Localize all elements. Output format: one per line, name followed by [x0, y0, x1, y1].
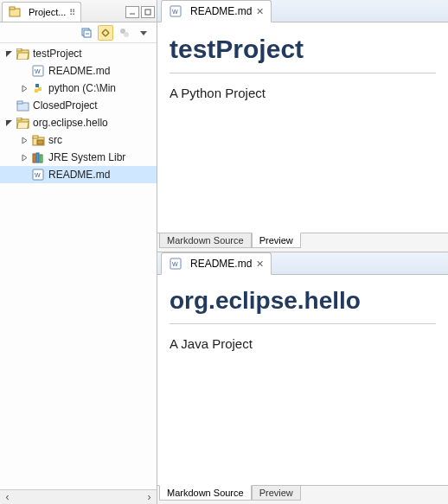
pin-icon[interactable]: ⠿: [69, 8, 75, 17]
editor-bottom-tabs-2: Markdown Source Preview: [157, 485, 448, 504]
project-explorer-toolbar: [0, 22, 157, 43]
maximize-view-button[interactable]: [141, 6, 155, 18]
svg-rect-11: [16, 53, 28, 60]
svg-rect-1: [10, 7, 15, 10]
markdown-paragraph: A Python Project: [170, 86, 436, 100]
scroll-right-button[interactable]: ›: [142, 490, 157, 504]
svg-rect-24: [40, 155, 42, 163]
editor-2: W README.md ✕ org.eclipse.hello A Java P…: [157, 252, 448, 504]
close-icon[interactable]: ✕: [256, 6, 264, 17]
editor-bottom-tabs-1: Markdown Source Preview: [157, 233, 448, 252]
project-explorer-tab-label: Project...: [29, 7, 66, 17]
svg-rect-3: [145, 10, 150, 15]
tree-node-label: testProject: [33, 48, 82, 60]
project-tree[interactable]: testProject W README.md python (C:\Min C…: [0, 43, 157, 489]
svg-rect-15: [17, 101, 22, 104]
tree-node-closedproject[interactable]: ClosedProject: [0, 97, 157, 114]
tree-node-jre[interactable]: JRE System Libr: [0, 149, 157, 166]
svg-rect-18: [16, 122, 28, 129]
md-file-icon: W: [169, 4, 182, 18]
expander-icon[interactable]: [3, 118, 14, 128]
editor-area: W README.md ✕ testProject A Python Proje…: [157, 0, 448, 504]
project-explorer-icon: [8, 5, 22, 19]
md-file-icon: W: [169, 257, 182, 271]
svg-text:W: W: [172, 261, 178, 267]
markdown-heading: org.eclipse.hello: [170, 287, 436, 315]
editor-tab-bar: W README.md ✕: [157, 252, 448, 275]
editor-content-1[interactable]: testProject A Python Project: [157, 22, 448, 233]
focus-button[interactable]: [117, 25, 132, 41]
expander-icon[interactable]: [19, 152, 29, 163]
markdown-source-tab[interactable]: Markdown Source: [159, 485, 252, 501]
tree-node-label: JRE System Libr: [48, 151, 125, 163]
tree-node-label: README.md: [48, 65, 110, 77]
preview-tab[interactable]: Preview: [252, 485, 301, 501]
tree-node-testproject[interactable]: testProject: [0, 45, 157, 62]
tree-node-python[interactable]: python (C:\Min: [0, 80, 157, 97]
python-icon: [31, 81, 45, 95]
view-menu-button[interactable]: [136, 25, 151, 41]
expander-icon[interactable]: [19, 135, 29, 145]
library-icon: [31, 150, 45, 164]
tree-node-label: README.md: [48, 169, 110, 181]
md-file-icon: W: [31, 168, 45, 182]
svg-rect-21: [37, 140, 43, 144]
svg-text:W: W: [35, 68, 41, 74]
editor-1: W README.md ✕ testProject A Python Proje…: [157, 0, 448, 252]
svg-point-8: [124, 32, 129, 37]
svg-rect-10: [16, 48, 22, 51]
project-explorer-view: Project... ⠿ testProject W README.md: [0, 0, 157, 504]
tree-node-label: python (C:\Min: [48, 82, 116, 94]
markdown-source-tab[interactable]: Markdown Source: [159, 233, 252, 248]
editor-tab-bar: W README.md ✕: [157, 0, 448, 22]
minimize-view-button[interactable]: [125, 6, 139, 18]
src-folder-icon: [31, 133, 45, 147]
svg-text:W: W: [172, 9, 178, 15]
link-with-editor-button[interactable]: [98, 25, 113, 41]
tree-node-label: src: [48, 134, 62, 146]
close-icon[interactable]: ✕: [256, 258, 264, 270]
scroll-left-button[interactable]: ‹: [0, 490, 15, 504]
editor-tab-readme-1[interactable]: W README.md ✕: [161, 0, 272, 22]
collapse-all-button[interactable]: [79, 25, 94, 41]
svg-rect-17: [16, 118, 22, 120]
open-project-icon: [16, 116, 29, 130]
horizontal-scrollbar[interactable]: ‹ ›: [0, 489, 157, 504]
svg-rect-23: [36, 153, 39, 163]
editor-tab-label: README.md: [190, 5, 252, 17]
divider: [170, 73, 436, 73]
md-file-icon: W: [31, 64, 45, 78]
closed-project-icon: [16, 99, 29, 112]
expander-icon[interactable]: [19, 83, 29, 93]
svg-rect-20: [33, 136, 38, 138]
tree-node-readme-2[interactable]: W README.md: [0, 166, 157, 183]
tree-node-label: org.eclipse.hello: [33, 117, 108, 129]
project-explorer-tab[interactable]: Project... ⠿: [2, 2, 81, 22]
tree-node-src[interactable]: src: [0, 131, 157, 149]
editor-tab-label: README.md: [190, 258, 252, 270]
preview-tab[interactable]: Preview: [252, 233, 301, 248]
divider: [170, 323, 436, 324]
svg-text:W: W: [35, 172, 41, 178]
editor-tab-readme-2[interactable]: W README.md ✕: [161, 252, 272, 275]
markdown-heading: testProject: [170, 35, 436, 64]
open-project-icon: [16, 47, 29, 61]
tree-node-orgeclipse[interactable]: org.eclipse.hello: [0, 114, 157, 131]
markdown-paragraph: A Java Project: [170, 336, 436, 351]
svg-rect-22: [33, 154, 35, 163]
tree-node-readme-1[interactable]: W README.md: [0, 62, 157, 80]
tree-node-label: ClosedProject: [33, 99, 98, 112]
view-tab-bar: Project... ⠿: [0, 0, 157, 22]
scroll-track[interactable]: [15, 490, 142, 504]
editor-content-2[interactable]: org.eclipse.hello A Java Project: [157, 275, 448, 485]
expander-icon[interactable]: [3, 48, 14, 59]
